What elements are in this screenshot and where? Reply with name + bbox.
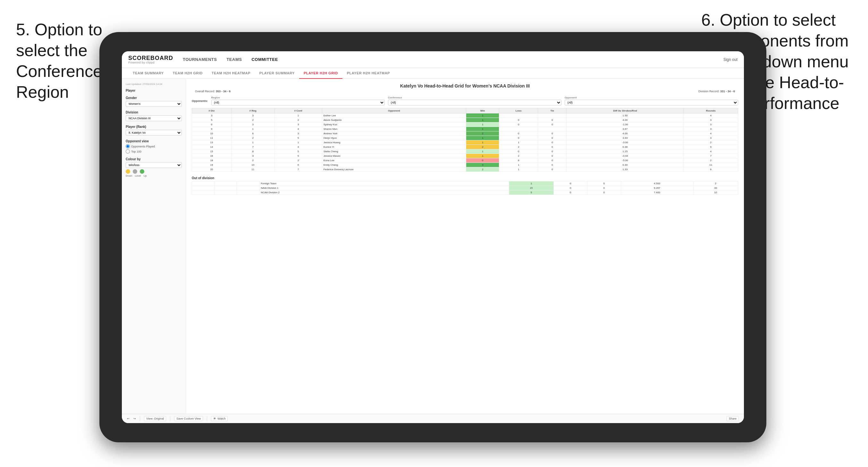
th-reg: # Reg — [231, 108, 275, 114]
table-cell: 3.33 — [566, 136, 684, 141]
opponent-filter-label: Opponent — [565, 96, 738, 99]
sign-out-link[interactable]: Sign out — [723, 57, 738, 62]
undo-icon[interactable]: ↩ — [127, 417, 129, 420]
nav-tournaments[interactable]: TOURNAMENTS — [183, 56, 217, 63]
save-custom-view-button[interactable]: Save Custom View — [174, 416, 203, 421]
sidebar-gender-label: Gender — [126, 96, 182, 100]
sidebar: Last Updated: 27/03/2024 14:04 Player Ge… — [122, 79, 186, 414]
table-cell: Esther Lee — [322, 114, 466, 118]
table-cell: -0.94 — [566, 154, 684, 158]
sub-nav-team-h2h-heatmap[interactable]: TEAM H2H HEATMAP — [207, 68, 255, 79]
table-cell: 6 — [231, 131, 275, 136]
sidebar-radio-top100[interactable]: Top 100 — [126, 149, 182, 154]
table-cell: 2 — [684, 158, 738, 163]
sidebar-radio-opponents-played[interactable]: Opponents Played — [126, 144, 182, 148]
table-cell: 2 — [231, 118, 275, 122]
table-cell: 1 — [466, 136, 499, 141]
table-cell: 4 — [684, 114, 738, 118]
table-cell — [215, 181, 237, 186]
watch-icon: 👁 — [213, 417, 216, 420]
nav-committee[interactable]: COMMITTEE — [251, 56, 278, 63]
dot-green — [140, 169, 144, 174]
table-cell: 15 — [509, 186, 553, 190]
table-cell: 0 — [538, 163, 566, 167]
view-original-button[interactable]: View: Original — [144, 416, 166, 421]
table-cell: 2 — [693, 181, 738, 186]
table-cell: 4 — [684, 131, 738, 136]
sub-nav-team-h2h-grid[interactable]: TEAM H2H GRID — [168, 68, 207, 79]
table-cell: 30 — [693, 186, 738, 190]
sidebar-division-select[interactable]: NCAA Division III — [126, 115, 182, 121]
table-cell: Sharon Mun — [322, 127, 466, 131]
table-cell: 4.00 — [566, 118, 684, 122]
table-row: Foreign Team1004.5002 — [192, 181, 738, 186]
redo-icon[interactable]: ↪ — [133, 417, 136, 420]
table-cell: 4 — [275, 145, 322, 149]
out-of-division-table: Foreign Team1004.5002NAIA Division 11500… — [192, 181, 738, 195]
table-cell: 16 — [192, 154, 231, 158]
colour-labels: Down Level Up — [126, 174, 182, 177]
bottom-toolbar: ↩ ↪ View: Original Save Custom View 👁 Wa… — [122, 414, 744, 423]
sub-nav-player-summary[interactable]: PLAYER SUMMARY — [255, 68, 299, 79]
table-row: 1822Euna Lee080-5.002 — [192, 158, 738, 163]
sidebar-player-rank-select[interactable]: 8. Katelyn Vo — [126, 130, 182, 135]
conference-filter-select[interactable]: (All) — [388, 100, 561, 105]
table-cell — [192, 190, 215, 195]
table-cell: 3 — [684, 122, 738, 127]
table-cell: 0 — [538, 122, 566, 127]
table-cell: 2 — [466, 167, 499, 172]
table-cell: 1 — [509, 181, 553, 186]
sidebar-gender-section: Gender Women's — [126, 96, 182, 107]
sidebar-player-section: Player — [126, 89, 182, 92]
nav-items: TOURNAMENTS TEAMS COMMITTEE — [183, 56, 723, 63]
opponent-filter-select[interactable]: (All) — [565, 100, 738, 105]
table-cell: 2 — [466, 145, 499, 149]
sidebar-colour-select[interactable]: Win/loss — [126, 162, 182, 168]
table-cell: 0 — [587, 181, 621, 186]
tablet-screen: SCOREBOARD Powered by clippd TOURNAMENTS… — [122, 51, 744, 423]
content-title: Katelyn Vo Head-to-Head Grid for Women's… — [192, 83, 738, 89]
table-row: 1585Stella Cheng1001.254 — [192, 149, 738, 154]
table-cell: 3.67 — [566, 127, 684, 131]
region-filter-select[interactable]: (All) — [211, 100, 385, 105]
division-record: Division Record: 331 - 34 - 6 — [699, 90, 735, 93]
sidebar-last-updated: Last Updated: 27/03/2024 14:04 — [126, 83, 182, 86]
table-cell — [192, 186, 215, 190]
table-cell: 0 — [499, 136, 538, 141]
table-cell: 8 — [231, 149, 275, 154]
table-cell: 5 — [192, 118, 231, 122]
colour-dots — [126, 169, 182, 174]
share-button[interactable]: Share — [726, 416, 739, 421]
table-row: 331Esther Lee11.504 — [192, 114, 738, 118]
table-cell: 4.500 — [621, 181, 693, 186]
watch-button[interactable]: 👁 Watch — [211, 416, 228, 421]
dot-yellow — [126, 169, 130, 174]
main-data-table: # Div # Reg # Conf Opponent Win Loss Tie… — [192, 108, 738, 172]
table-cell: 1 — [466, 114, 499, 118]
table-cell: Federica Domecq Lacroze — [322, 167, 466, 172]
table-cell: -1.00 — [566, 122, 684, 127]
nav-teams[interactable]: TEAMS — [226, 56, 242, 63]
sidebar-player-rank-section: Player (Rank) 8. Katelyn Vo — [126, 125, 182, 135]
th-opponent: Opponent — [322, 108, 466, 114]
sub-nav-player-h2h-heatmap[interactable]: PLAYER H2H HEATMAP — [342, 68, 394, 79]
table-cell: 2 — [275, 118, 322, 122]
sidebar-gender-select[interactable]: Women's — [126, 101, 182, 107]
table-cell: 4 — [684, 149, 738, 154]
table-cell: 1 — [466, 149, 499, 154]
table-cell — [237, 190, 259, 195]
table-cell: 0 — [538, 118, 566, 122]
table-cell: 3 — [275, 131, 322, 136]
sub-nav-player-h2h-grid[interactable]: PLAYER H2H GRID — [299, 68, 342, 79]
table-cell: Andrea York — [322, 131, 466, 136]
table-cell: 0 — [538, 136, 566, 141]
table-row: 1311Jessica Huang110-3.002 — [192, 141, 738, 145]
table-cell: 0 — [538, 149, 566, 154]
logo-sub: Powered by clippd — [128, 61, 173, 64]
th-tie: Tie — [538, 108, 566, 114]
table-cell: 5 — [509, 190, 553, 195]
table-cell: 7 — [275, 167, 322, 172]
table-cell: 15 — [192, 149, 231, 154]
table-cell: 3 — [275, 122, 322, 127]
sub-nav-team-summary[interactable]: TEAM SUMMARY — [128, 68, 168, 79]
